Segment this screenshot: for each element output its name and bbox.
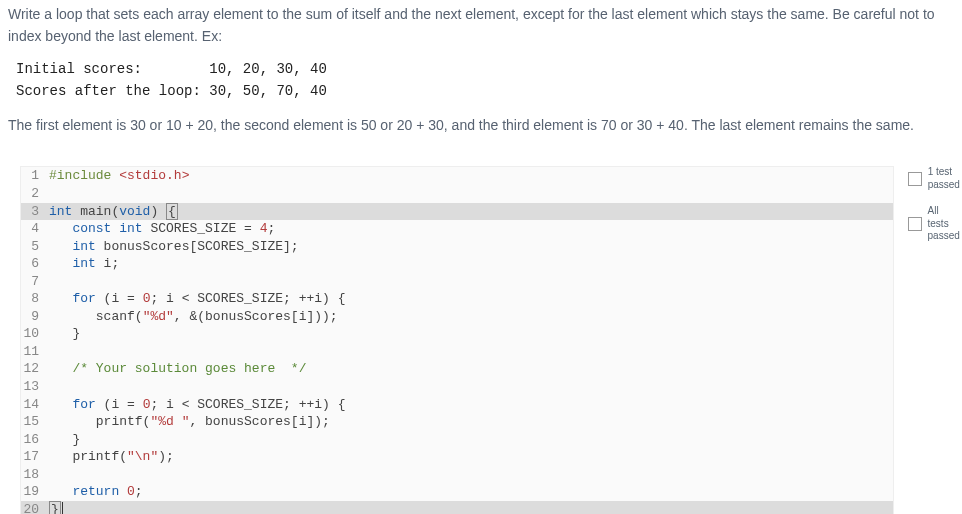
code-line[interactable]: 10 }	[21, 325, 893, 343]
line-number: 16	[21, 431, 45, 449]
line-number: 12	[21, 360, 45, 378]
code-line[interactable]: 19 return 0;	[21, 483, 893, 501]
prompt-p2: The first element is 30 or 10 + 20, the …	[8, 115, 954, 137]
code-content[interactable]	[45, 185, 893, 203]
code-content[interactable]: scanf("%d", &(bonusScores[i]));	[45, 308, 893, 326]
line-number: 4	[21, 220, 45, 238]
code-content[interactable]: for (i = 0; i < SCORES_SIZE; ++i) {	[45, 290, 893, 308]
line-number: 14	[21, 396, 45, 414]
line-number: 11	[21, 343, 45, 361]
code-line[interactable]: 16 }	[21, 431, 893, 449]
test-status-label: All tests passed	[928, 205, 962, 243]
text-cursor	[62, 502, 63, 514]
code-content[interactable]: }	[45, 325, 893, 343]
code-editor[interactable]: 1#include <stdio.h>23int main(void) {4 c…	[20, 166, 894, 514]
test-status-all: All tests passed	[908, 205, 962, 243]
code-line[interactable]: 2	[21, 185, 893, 203]
line-number: 15	[21, 413, 45, 431]
code-line[interactable]: 15 printf("%d ", bonusScores[i]);	[21, 413, 893, 431]
code-line[interactable]: 20}	[21, 501, 893, 514]
line-number: 10	[21, 325, 45, 343]
code-line[interactable]: 12 /* Your solution goes here */	[21, 360, 893, 378]
code-content[interactable]	[45, 378, 893, 396]
line-number: 17	[21, 448, 45, 466]
line-number: 19	[21, 483, 45, 501]
line-number: 13	[21, 378, 45, 396]
code-line[interactable]: 7	[21, 273, 893, 291]
test-status-one: 1 test passed	[908, 166, 962, 191]
code-line[interactable]: 4 const int SCORES_SIZE = 4;	[21, 220, 893, 238]
checkbox-icon	[908, 217, 922, 231]
code-content[interactable]: return 0;	[45, 483, 893, 501]
line-number: 2	[21, 185, 45, 203]
line-number: 18	[21, 466, 45, 484]
line-number: 20	[21, 501, 45, 514]
code-content[interactable]: #include <stdio.h>	[45, 167, 893, 185]
code-line[interactable]: 11	[21, 343, 893, 361]
line-number: 8	[21, 290, 45, 308]
code-line[interactable]: 5 int bonusScores[SCORES_SIZE];	[21, 238, 893, 256]
code-line[interactable]: 8 for (i = 0; i < SCORES_SIZE; ++i) {	[21, 290, 893, 308]
prompt-p1: Write a loop that sets each array elemen…	[8, 4, 954, 47]
code-content[interactable]	[45, 343, 893, 361]
test-status-label: 1 test passed	[928, 166, 960, 191]
code-content[interactable]	[45, 273, 893, 291]
code-content[interactable]: const int SCORES_SIZE = 4;	[45, 220, 893, 238]
problem-description: Write a loop that sets each array elemen…	[0, 0, 962, 152]
code-line[interactable]: 18	[21, 466, 893, 484]
line-number: 5	[21, 238, 45, 256]
code-content[interactable]: }	[45, 431, 893, 449]
code-content[interactable]: int i;	[45, 255, 893, 273]
line-number: 9	[21, 308, 45, 326]
code-content[interactable]: for (i = 0; i < SCORES_SIZE; ++i) {	[45, 396, 893, 414]
code-content[interactable]: }	[45, 501, 893, 514]
line-number: 3	[21, 203, 45, 221]
code-content[interactable]	[45, 466, 893, 484]
line-number: 6	[21, 255, 45, 273]
code-content[interactable]: int main(void) {	[45, 203, 893, 221]
code-line[interactable]: 3int main(void) {	[21, 203, 893, 221]
code-line[interactable]: 9 scanf("%d", &(bonusScores[i]));	[21, 308, 893, 326]
code-content[interactable]: int bonusScores[SCORES_SIZE];	[45, 238, 893, 256]
example-block: Initial scores: 10, 20, 30, 40 Scores af…	[8, 59, 954, 102]
code-line[interactable]: 1#include <stdio.h>	[21, 167, 893, 185]
code-content[interactable]: printf("\n");	[45, 448, 893, 466]
line-number: 7	[21, 273, 45, 291]
checkbox-icon	[908, 172, 922, 186]
code-line[interactable]: 14 for (i = 0; i < SCORES_SIZE; ++i) {	[21, 396, 893, 414]
code-content[interactable]: /* Your solution goes here */	[45, 360, 893, 378]
test-status-sidebar: 1 test passed All tests passed	[908, 166, 962, 257]
code-content[interactable]: printf("%d ", bonusScores[i]);	[45, 413, 893, 431]
code-line[interactable]: 13	[21, 378, 893, 396]
code-line[interactable]: 6 int i;	[21, 255, 893, 273]
code-line[interactable]: 17 printf("\n");	[21, 448, 893, 466]
line-number: 1	[21, 167, 45, 185]
